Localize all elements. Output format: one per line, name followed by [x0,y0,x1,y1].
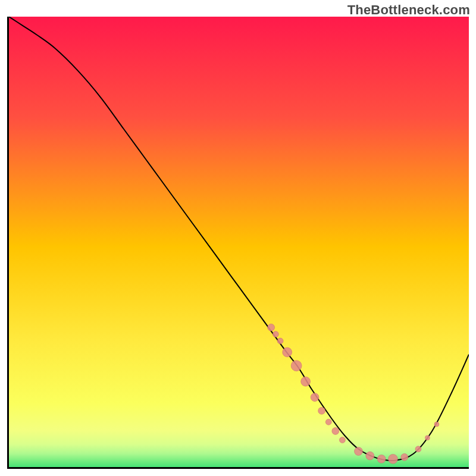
marker-group [268,324,439,464]
data-marker [366,452,374,460]
data-marker [301,377,311,386]
data-marker [273,331,278,337]
data-marker [268,324,275,331]
data-marker [339,437,345,443]
data-marker [318,407,325,414]
watermark: TheBottleneck.com [347,2,470,18]
chart-container: TheBottleneck.com [0,0,476,476]
data-marker [332,427,339,434]
data-marker [311,393,319,402]
data-marker [415,446,421,452]
data-marker [355,447,363,456]
bottleneck-curve [9,17,469,461]
data-marker [277,338,283,344]
data-marker [377,455,386,463]
data-marker [434,422,439,427]
data-marker [401,453,408,461]
data-marker [388,454,397,464]
data-marker [325,419,331,425]
data-marker [291,361,302,371]
data-marker [283,347,292,357]
curve-layer [9,17,469,467]
data-marker [425,436,430,440]
plot-frame [7,17,469,469]
